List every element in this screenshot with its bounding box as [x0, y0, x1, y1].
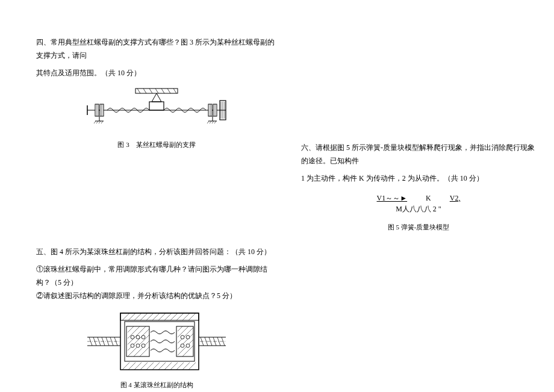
q6-line1: 六、请根据图 5 所示弹簧-质量块模型解释爬行现象，并指出消除爬行现象的途径。已… [301, 142, 536, 167]
svg-line-18 [96, 121, 98, 123]
svg-point-88 [186, 335, 190, 339]
q5-sub2: ②请叙述图示结构的调隙原理，并分析该结构的优缺点？5 分） [36, 290, 277, 303]
svg-point-75 [136, 335, 140, 339]
svg-line-6 [167, 89, 170, 93]
model-k: K [426, 194, 431, 202]
svg-line-5 [161, 89, 164, 93]
svg-point-89 [181, 344, 184, 347]
svg-point-78 [136, 344, 140, 347]
svg-rect-66 [126, 326, 149, 356]
svg-line-4 [155, 89, 158, 93]
svg-rect-0 [135, 89, 178, 93]
figure5-model: V1～～► K V2, M人八八八 2 " [301, 193, 536, 214]
svg-point-87 [181, 335, 184, 339]
svg-line-19 [99, 121, 101, 123]
figure3-diagram [78, 86, 235, 134]
svg-line-17 [94, 121, 96, 123]
svg-point-76 [142, 335, 145, 339]
figure4-caption: 图 4 某滚珠丝杠副的结构 [36, 381, 277, 390]
svg-line-32 [207, 121, 209, 123]
q5-text: 五、图 4 所示为某滚珠丝杠副的结构，分析该图并回答问题：（共 10 分） [36, 246, 277, 259]
q5-sub1: ①滚珠丝杠螺母副中，常用调隙形式有哪几种？请问图示为哪一种调隙结构？（5 分） [36, 263, 277, 289]
question5-block: 五、图 4 所示为某滚珠丝杠副的结构，分析该图并回答问题：（共 10 分） ①滚… [36, 246, 277, 390]
svg-point-90 [186, 344, 190, 347]
figure3-container: 图 3 某丝杠螺母副的支撑 [36, 86, 277, 149]
model-v2: V2, [450, 194, 461, 202]
svg-point-77 [131, 344, 134, 347]
model-v1: V1～～► [377, 194, 408, 202]
svg-point-79 [142, 344, 145, 347]
q6-line2: 1 为主动件，构件 K 为传动件，2 为从动件。（共 10 分） [301, 172, 536, 185]
svg-line-34 [212, 121, 214, 123]
svg-line-2 [143, 89, 146, 93]
figure4-diagram [87, 308, 226, 375]
svg-marker-8 [152, 93, 161, 102]
svg-point-74 [131, 335, 134, 339]
svg-line-3 [149, 89, 152, 93]
svg-line-7 [173, 89, 176, 93]
svg-line-1 [137, 89, 140, 93]
figure3-caption: 图 3 某丝杠螺母副的支撑 [36, 140, 277, 149]
q4-line2: 其特点及适用范围。（共 10 分） [36, 67, 277, 80]
model-line2: M人八八八 2 " [301, 204, 536, 214]
svg-line-20 [101, 121, 103, 123]
svg-line-33 [210, 121, 211, 123]
figure5-caption: 图 5 弹簧-质量块模型 [301, 223, 536, 232]
svg-rect-80 [176, 326, 193, 356]
q4-line1: 四、常用典型丝杠螺母副的支撑方式有哪些？图 3 所示为某种丝杠螺母副的支撑方式，… [36, 36, 277, 62]
svg-rect-9 [149, 102, 164, 110]
figure4-container: 图 4 某滚珠丝杠副的结构 [36, 308, 277, 390]
svg-line-35 [214, 121, 216, 123]
